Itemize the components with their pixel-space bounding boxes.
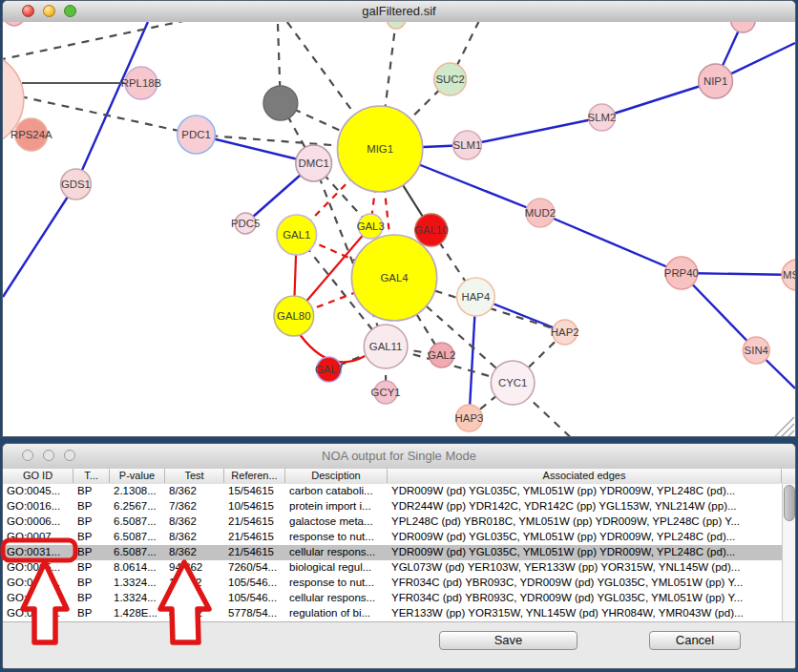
node-label-GAL2: GAL2 [428, 349, 455, 361]
cancel-button[interactable]: Cancel [649, 631, 741, 650]
node-label-MUD2: MUD2 [525, 207, 556, 219]
network-edge [540, 213, 682, 273]
node-label-GAL1: GAL1 [283, 229, 310, 241]
cell: 94/362 [165, 560, 224, 576]
network-node-pink-topright[interactable] [730, 22, 755, 32]
cell: 6.5087... [110, 545, 165, 560]
node-label-PDC5: PDC5 [231, 218, 260, 229]
cell: 2.1308... [110, 484, 165, 499]
column-header-3[interactable]: Test [165, 469, 224, 483]
network-edge [75, 22, 147, 184]
node-label-HAP2: HAP2 [551, 326, 579, 338]
cell: 15/54615 [224, 484, 285, 499]
table-row[interactable]: GO:0006...BP6.5087...8/36221/54615galact… [3, 514, 795, 530]
cell: GO:0031... [3, 576, 74, 591]
node-label-RPS24A: RPS24A [10, 129, 52, 140]
cell: 5778/54... [224, 606, 285, 621]
table-row[interactable]: GO:0050...BP1.428E...80/3625778/54...reg… [3, 606, 795, 621]
cell: 7/362 [165, 499, 224, 514]
node-label-HAP3: HAP3 [455, 412, 484, 424]
column-header-5[interactable]: Desciption [285, 469, 388, 483]
column-header-2[interactable]: P-value [110, 469, 165, 483]
node-label-GAL11: GAL11 [369, 341, 403, 352]
table-row[interactable]: GO:0065...BP8.0614...94/3627260/54...bio… [3, 560, 795, 576]
network-canvas[interactable]: RPL18BRPS24AGDS1PDC1MIG1SUC2SLM1SLM2NIP1… [3, 22, 795, 436]
node-label-GAL3: GAL3 [357, 220, 385, 232]
table-body: GO:0045...BP2.1308...8/36215/54615carbon… [3, 484, 795, 621]
cell: YDR009W (pd) YGL035C, YML051W (pp) YDR00… [388, 530, 782, 545]
cell: regulation of bi... [285, 606, 388, 621]
window-title: galFiltered.sif [3, 4, 795, 18]
cell: 8.0614... [110, 560, 165, 576]
cell: 6.5087... [110, 514, 165, 530]
table-row[interactable]: GO:0016...BP6.2567...7/36210/54615protei… [3, 499, 795, 514]
cell: protein import i... [285, 499, 388, 514]
cell: BP [74, 591, 110, 606]
table-row[interactable]: GO:0045...BP2.1308...8/36215/54615carbon… [3, 484, 795, 499]
cell: 11/362 [165, 591, 224, 606]
node-label-GAL7: GAL7 [315, 364, 343, 375]
cell: GO:0065... [3, 560, 74, 576]
column-header-0[interactable]: GO ID [3, 469, 74, 483]
cell: YFR034C (pd) YBR093C, YDR009W (pd) YGL03… [388, 576, 782, 591]
cell: cellular respons... [285, 545, 388, 560]
network-edge [601, 81, 715, 117]
node-label-GAL10: GAL10 [414, 224, 448, 236]
network-node-green-top[interactable] [387, 22, 406, 29]
table-row[interactable]: GO:0031...BP1.3324...11/362105/546...res… [3, 576, 795, 591]
cell: YER133W (pp) YOR315W, YNL145W (pd) YHR08… [388, 606, 782, 621]
node-label-SLM1: SLM1 [453, 139, 482, 151]
cell: GO:0006... [3, 514, 74, 530]
cell: 6.2567... [110, 499, 165, 514]
network-node-gray-node[interactable] [263, 86, 298, 120]
cell: 8/362 [165, 484, 224, 499]
network-edge [467, 117, 601, 145]
cell: 7260/54... [224, 560, 285, 576]
cell: 8/362 [165, 530, 224, 545]
column-header-1[interactable]: T... [74, 469, 110, 483]
cell: 21/54615 [224, 545, 285, 560]
table-row[interactable]: GO:0031...BP1.3324...11/362105/546...cel… [3, 591, 795, 606]
network-edge [3, 22, 188, 60]
cell: BP [74, 545, 110, 560]
network-node-corner-topleft[interactable] [4, 22, 25, 26]
network-edge [3, 184, 75, 297]
node-label-GAL80: GAL80 [277, 310, 310, 322]
button-bar: Save Cancel [3, 621, 795, 668]
scrollbar-thumb[interactable] [784, 485, 795, 521]
node-label-MSL1: MSL1 [783, 269, 795, 281]
cell: 80/362 [165, 606, 224, 621]
noa-window-titlebar[interactable]: NOA output for Single Mode [3, 444, 795, 470]
cell: 1.3324... [110, 576, 165, 591]
cell: 105/546... [224, 576, 285, 591]
cell: 21/54615 [224, 530, 285, 545]
column-header-4[interactable]: Referen... [224, 469, 285, 483]
cell: 1.3324... [110, 591, 165, 606]
vertical-scrollbar[interactable] [782, 484, 795, 621]
cell: 1.428E... [110, 606, 165, 621]
node-label-SLM2: SLM2 [588, 112, 617, 123]
node-label-PDC1: PDC1 [181, 129, 210, 140]
desktop: galFiltered.sif RPL18BRPS24AGDS1PDC1MIG1… [0, 0, 798, 672]
network-window-titlebar[interactable]: galFiltered.sif [3, 1, 795, 23]
cell: YDR244W (pp) YDR142C, YDR142C (pp) YGL15… [388, 499, 782, 514]
cell: 8/362 [165, 514, 224, 530]
cell: GO:0016... [3, 499, 74, 514]
resize-grip-icon[interactable] [774, 417, 794, 436]
cell: response to nut... [285, 576, 388, 591]
cell: BP [74, 560, 110, 576]
column-header-6[interactable]: Associated edges [388, 469, 782, 483]
cell: YFR034C (pd) YBR093C, YDR009W (pd) YGL03… [388, 591, 782, 606]
cell: BP [74, 499, 110, 514]
node-label-PRP40: PRP40 [664, 267, 699, 279]
node-label-NIP1: NIP1 [704, 75, 727, 87]
table-row[interactable]: GO:0007...BP6.5087...8/36221/54615respon… [3, 530, 795, 545]
save-button[interactable]: Save [439, 631, 578, 650]
cell: galactose meta... [285, 514, 388, 530]
table-row-selected[interactable]: GO:0031...BP6.5087...8/36221/54615cellul… [3, 545, 795, 560]
node-label-RPL18B: RPL18B [121, 77, 162, 89]
cell: BP [74, 484, 110, 499]
node-label-GDS1: GDS1 [61, 178, 91, 190]
network-window: galFiltered.sif RPL18BRPS24AGDS1PDC1MIG1… [2, 0, 796, 437]
cell: 105/546... [224, 591, 285, 606]
